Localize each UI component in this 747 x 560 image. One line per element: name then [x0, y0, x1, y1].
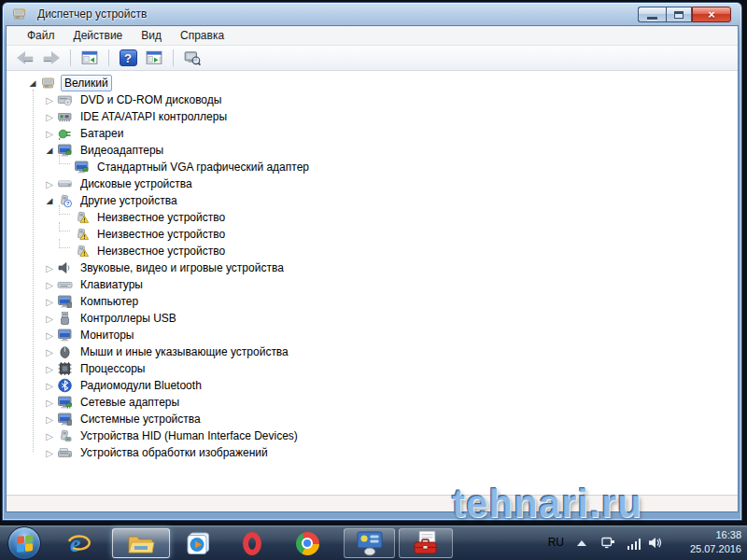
tree-item-label: Устройства HID (Human Interface Devices) [78, 428, 301, 443]
display-adapter-icon [74, 160, 90, 175]
computer-node-icon [57, 294, 73, 309]
tree-item-label: Неизвестное устройство [94, 227, 228, 242]
tree-item[interactable]: Неизвестное устройство [7, 209, 738, 226]
tree-item[interactable]: Контроллеры USB [7, 310, 738, 327]
tree-item[interactable]: Видеоадаптеры [7, 142, 738, 159]
expander-icon[interactable] [42, 412, 57, 427]
taskbar-admin-toolbox[interactable] [399, 528, 453, 558]
menu-action[interactable]: Действие [64, 27, 133, 44]
tree-item[interactable]: Системные устройства [7, 411, 738, 427]
back-icon [15, 50, 35, 65]
internet-explorer-icon: e [66, 530, 92, 556]
expander-icon[interactable] [42, 92, 57, 107]
menu-view[interactable]: Вид [132, 27, 171, 44]
tree-item[interactable]: Мониторы [7, 327, 738, 343]
tree-item[interactable]: Неизвестное устройство [7, 243, 738, 259]
device-manager-window: Диспетчер устройств × Файл Действие Вид … [2, 2, 742, 521]
tree-item[interactable]: Стандартный VGA графический адаптер [7, 159, 738, 175]
expander-icon[interactable] [42, 361, 57, 376]
taskbar-media-player[interactable] [179, 528, 217, 558]
warning-device-icon [74, 227, 90, 242]
computer-icon [40, 76, 56, 91]
media-player-icon [186, 531, 211, 556]
tree-item[interactable]: Клавиатуры [7, 276, 738, 293]
action-pane-icon [146, 49, 162, 66]
back-button[interactable] [14, 48, 36, 68]
tree-item-root[interactable]: Великий [7, 75, 738, 91]
tree-item[interactable]: Процессоры [7, 360, 738, 377]
tree-item[interactable]: Мыши и иные указывающие устройства [7, 343, 738, 360]
tree-item[interactable]: IDE ATA/ATAPI контроллеры [7, 108, 738, 125]
expander-icon[interactable] [42, 109, 57, 124]
action-center-icon[interactable] [600, 535, 616, 551]
expander-icon[interactable] [42, 260, 57, 275]
expander-icon[interactable] [42, 344, 57, 359]
tree-item[interactable]: DVD и CD-ROM дисководы [7, 91, 738, 108]
taskbar-windows-explorer[interactable] [112, 528, 170, 558]
expander-icon[interactable] [42, 378, 57, 393]
taskbar: e [0, 525, 747, 560]
window-title: Диспетчер устройств [37, 7, 147, 21]
menu-file[interactable]: Файл [18, 27, 64, 44]
scan-hardware-button[interactable] [181, 48, 204, 68]
start-button[interactable] [7, 526, 41, 560]
network-signal-icon[interactable] [627, 538, 641, 550]
expander-icon[interactable] [42, 445, 57, 460]
expander-icon[interactable] [42, 126, 57, 141]
hardware-panel-icon [355, 530, 385, 556]
status-bar [7, 495, 738, 511]
tree-connector [59, 155, 70, 164]
minimize-button[interactable] [638, 7, 666, 22]
show-hidden-icons-icon[interactable] [577, 540, 586, 546]
taskbar-clock[interactable]: 16:38 25.07.2016 [690, 528, 741, 556]
console-tree-icon [81, 49, 98, 66]
volume-icon[interactable] [647, 535, 663, 551]
clock-time: 16:38 [690, 528, 741, 542]
help-button[interactable]: ? [117, 48, 139, 68]
language-indicator[interactable]: RU [548, 536, 564, 549]
expander-icon[interactable] [42, 193, 57, 208]
toolbar-separator [70, 49, 71, 66]
cpu-icon [57, 361, 73, 376]
taskbar-opera[interactable] [233, 528, 271, 558]
console-tree-button[interactable] [78, 48, 101, 68]
tree-item[interactable]: Звуковые, видео и игровые устройства [7, 259, 738, 276]
tree-item[interactable]: Неизвестное устройство [7, 226, 738, 243]
titlebar[interactable]: Диспетчер устройств × [6, 3, 739, 25]
action-pane-button[interactable] [143, 48, 165, 68]
tree-item[interactable]: Батареи [7, 125, 738, 142]
expander-icon[interactable] [42, 428, 57, 443]
expander-icon[interactable] [42, 395, 57, 410]
tree-item[interactable]: Дисковые устройства [7, 175, 738, 192]
expander-icon[interactable] [42, 294, 57, 309]
maximize-button[interactable] [666, 7, 692, 22]
taskbar-hardware-panel[interactable] [344, 528, 395, 558]
tree-item[interactable]: Компьютер [7, 293, 738, 310]
tree-item[interactable]: Устройства обработки изображений [7, 444, 738, 461]
tree-item-label: Неизвестное устройство [94, 244, 228, 259]
tree-item[interactable]: Устройства HID (Human Interface Devices) [7, 427, 738, 444]
tree-item-label: Стандартный VGA графический адаптер [94, 160, 312, 175]
close-button[interactable]: × [692, 7, 731, 22]
expander-icon[interactable] [25, 76, 40, 91]
forward-button[interactable] [40, 48, 63, 68]
tree-item[interactable]: Радиомодули Bluetooth [7, 377, 738, 394]
taskbar-internet-explorer[interactable]: e [62, 528, 97, 558]
tree-item[interactable]: Сетевые адаптеры [7, 394, 738, 411]
usb-icon [57, 311, 73, 326]
expander-icon[interactable] [42, 277, 57, 292]
tree-item[interactable]: Другие устройства [7, 192, 738, 209]
tree-item-label: Неизвестное устройство [94, 210, 228, 225]
expander-icon[interactable] [42, 176, 57, 191]
expander-icon[interactable] [42, 328, 57, 343]
bluetooth-icon [57, 378, 73, 393]
tree-connector [59, 222, 70, 231]
tree-item-label: Радиомодули Bluetooth [78, 378, 204, 393]
expander-icon[interactable] [42, 143, 57, 158]
svg-text:e: e [70, 530, 81, 556]
hid-device-icon [57, 428, 73, 443]
device-tree: Великий DVD и CD-ROM дисководы IDE ATA/A… [7, 71, 738, 495]
menu-help[interactable]: Справка [171, 27, 233, 44]
expander-icon[interactable] [42, 311, 57, 326]
taskbar-chrome[interactable] [288, 528, 327, 558]
